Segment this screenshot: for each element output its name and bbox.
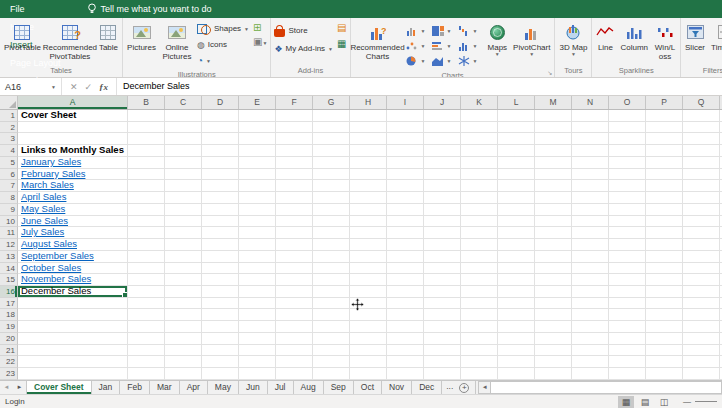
empty-cells[interactable]	[128, 192, 722, 204]
sheet-tab[interactable]: Jul	[268, 381, 294, 394]
icons-button[interactable]: ◍ Icons	[197, 37, 249, 52]
recommended-pivottables-button[interactable]: ? Recommended PivotTables	[44, 19, 96, 66]
insert-function-icon[interactable]: ƒx	[99, 82, 108, 92]
tell-me-box[interactable]: Tell me what you want to do	[87, 0, 212, 18]
row-header[interactable]: 18	[0, 309, 18, 321]
column-header[interactable]: L	[498, 96, 535, 109]
row-header[interactable]: 15	[0, 274, 18, 286]
column-header[interactable]: Q	[683, 96, 720, 109]
my-addins-button[interactable]: ❖ My Add-ins▼	[274, 41, 333, 56]
column-header[interactable]: C	[165, 96, 202, 109]
timeline-button[interactable]: Timeline	[708, 19, 722, 66]
screenshot-icon[interactable]: ▣▼	[253, 37, 267, 48]
name-box[interactable]: A16 ▼	[0, 78, 62, 95]
sheet-tab-active[interactable]: Cover Sheet	[26, 381, 92, 394]
cell-column-a[interactable]: September Sales	[18, 251, 128, 263]
column-sparkline-button[interactable]: Column	[617, 19, 651, 66]
empty-cells[interactable]	[128, 309, 722, 321]
row-header[interactable]: 1	[0, 110, 18, 122]
column-header[interactable]: G	[313, 96, 350, 109]
row-header[interactable]: 20	[0, 333, 18, 345]
row-header[interactable]: 9	[0, 204, 18, 216]
row-header[interactable]: 11	[0, 227, 18, 239]
radar-chart-button[interactable]: ▼	[458, 53, 483, 68]
page-break-view-button[interactable]: ◫	[656, 396, 672, 408]
store-button[interactable]: Store	[274, 23, 333, 38]
select-all-button[interactable]	[0, 96, 18, 109]
pie-chart-button[interactable]: ▼	[406, 53, 431, 68]
sheet-tab[interactable]: Nov	[382, 381, 412, 394]
cell-column-a[interactable]	[18, 356, 128, 368]
column-header[interactable]: P	[646, 96, 683, 109]
row-header[interactable]: 22	[0, 356, 18, 368]
column-header[interactable]: O	[609, 96, 646, 109]
cell-column-a[interactable]: Cover Sheet	[18, 110, 128, 122]
name-box-dropdown-icon[interactable]: ▼	[51, 84, 56, 90]
row-header[interactable]: 19	[0, 321, 18, 333]
tab-scroll-divider[interactable]	[471, 381, 476, 394]
cell-column-a[interactable]	[18, 321, 128, 333]
sheet-tab[interactable]: Feb	[120, 381, 150, 394]
column-header[interactable]: D	[202, 96, 239, 109]
zoom-out-icon[interactable]: —	[683, 397, 691, 406]
addin-shortcut-bottom-icon[interactable]: ▦	[337, 39, 346, 49]
row-header[interactable]: 2	[0, 122, 18, 134]
sheet-tab[interactable]: Mar	[150, 381, 180, 394]
line-sparkline-button[interactable]: Line	[593, 19, 617, 66]
sheet-tab[interactable]: May	[208, 381, 239, 394]
scatter-chart-button[interactable]: ▼	[406, 38, 431, 53]
column-header[interactable]: E	[239, 96, 276, 109]
enter-icon[interactable]: ✓	[85, 82, 93, 92]
scrollbar-track[interactable]	[491, 381, 722, 394]
row-header[interactable]: 17	[0, 298, 18, 310]
empty-cells[interactable]	[128, 286, 722, 298]
row-header[interactable]: 14	[0, 263, 18, 275]
3d-models-button[interactable]: ◔ ▼	[197, 53, 249, 68]
sheet-tab[interactable]: Jan	[92, 381, 121, 394]
pivottable-button[interactable]: PivotTable	[1, 19, 44, 66]
row-header[interactable]: 7	[0, 180, 18, 192]
column-chart-button[interactable]: ▼	[406, 23, 431, 38]
hierarchy-chart-button[interactable]: ▼	[432, 23, 457, 38]
empty-cells[interactable]	[128, 110, 722, 122]
empty-cells[interactable]	[128, 298, 722, 310]
normal-view-button[interactable]: ▦	[618, 396, 634, 408]
sheet-tab[interactable]: Jun	[239, 381, 268, 394]
row-header[interactable]: 16	[0, 286, 18, 298]
empty-cells[interactable]	[128, 122, 722, 134]
sheet-tab[interactable]: Oct	[354, 381, 382, 394]
addin-shortcut-top-icon[interactable]: ▤	[337, 23, 346, 33]
page-layout-view-button[interactable]: ▤	[637, 396, 653, 408]
waterfall-chart-button[interactable]: ▼	[458, 23, 483, 38]
table-button[interactable]: Table	[96, 19, 121, 66]
winloss-sparkline-button[interactable]: Win/Loss	[651, 19, 679, 66]
column-header[interactable]: J	[424, 96, 461, 109]
empty-cells[interactable]	[128, 356, 722, 368]
column-header[interactable]: I	[387, 96, 424, 109]
pictures-button[interactable]: Pictures	[124, 19, 159, 70]
cell-column-a[interactable]: May Sales	[18, 204, 128, 216]
bar-chart-button[interactable]: ▼	[432, 38, 457, 53]
slicer-button[interactable]: Slicer	[682, 19, 708, 66]
sheet-tab[interactable]: Sep	[324, 381, 354, 394]
column-header[interactable]: H	[350, 96, 387, 109]
row-header[interactable]: 21	[0, 345, 18, 357]
empty-cells[interactable]	[128, 180, 722, 192]
maps-button[interactable]: Maps▼	[485, 19, 511, 71]
row-header[interactable]: 6	[0, 169, 18, 181]
formula-input[interactable]: December Sales	[117, 78, 722, 95]
cancel-icon[interactable]: ✕	[70, 82, 78, 92]
sheet-nav-left-icon[interactable]: ◄	[0, 381, 13, 394]
charts-dialog-launcher-icon[interactable]: ↘	[547, 69, 552, 76]
empty-cells[interactable]	[128, 368, 722, 380]
row-header[interactable]: 8	[0, 192, 18, 204]
empty-cells[interactable]	[128, 169, 722, 181]
scroll-left-icon[interactable]: ◄	[478, 381, 491, 394]
sheet-nav-right-icon[interactable]: ►	[13, 381, 26, 394]
empty-cells[interactable]	[128, 345, 722, 357]
column-header[interactable]: M	[535, 96, 572, 109]
row-header[interactable]: 23	[0, 368, 18, 380]
empty-cells[interactable]	[128, 333, 722, 345]
cell-column-a[interactable]: December Sales	[18, 286, 128, 298]
column-header[interactable]: B	[128, 96, 165, 109]
